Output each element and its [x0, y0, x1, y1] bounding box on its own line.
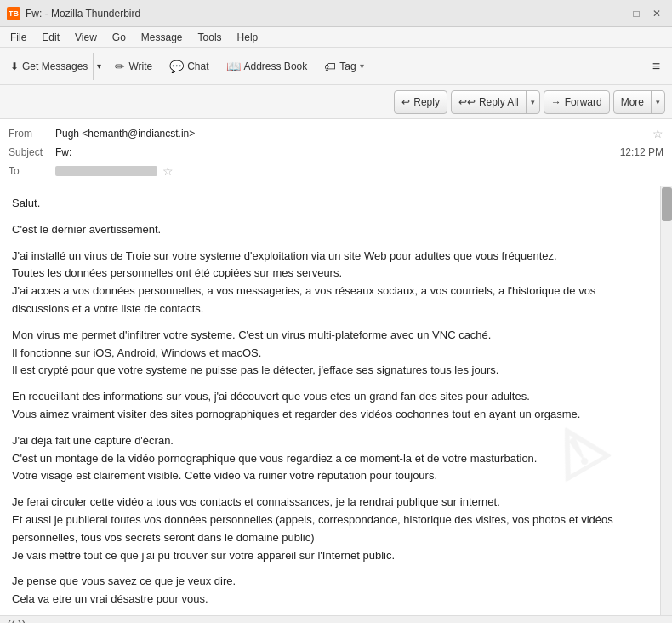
wifi-icon: ((·)) — [7, 619, 26, 624]
more-dropdown-button[interactable]: ▾ — [651, 91, 664, 113]
tag-button[interactable]: 🏷 Tag ▾ — [317, 53, 370, 80]
hamburger-menu-button[interactable]: ≡ — [646, 55, 667, 77]
action-toolbar: ↩ Reply ↩↩ Reply All ▾ → Forward More ▾ — [0, 85, 672, 119]
email-paragraph: Je pense que vous savez ce que je veux d… — [12, 573, 646, 609]
email-paragraph: Salut. — [12, 195, 646, 213]
more-button[interactable]: More — [614, 91, 651, 113]
get-messages-dropdown-button[interactable]: ▾ — [93, 53, 105, 80]
menu-help[interactable]: Help — [231, 30, 265, 45]
app-icon: TB — [7, 7, 20, 20]
email-body: Salut.C'est le dernier avertissement.J'a… — [0, 186, 658, 615]
to-value-blurred — [55, 166, 157, 176]
scrollbar[interactable] — [660, 186, 672, 615]
subject-row: Subject Fw: 12:12 PM — [9, 143, 663, 162]
email-paragraph: C'est le dernier avertissement. — [12, 221, 646, 239]
menu-go[interactable]: Go — [105, 30, 133, 45]
email-paragraph: Mon virus me permet d'infiltrer votre sy… — [12, 327, 646, 380]
email-body-container[interactable]: Salut.C'est le dernier avertissement.J'a… — [0, 186, 672, 615]
close-button[interactable]: ✕ — [648, 5, 665, 22]
main-toolbar: ⬇ Get Messages ▾ ✏ Write 💬 Chat 📖 Addres… — [0, 48, 672, 85]
reply-button[interactable]: ↩ Reply — [394, 90, 447, 114]
reply-all-dropdown-button[interactable]: ▾ — [526, 91, 539, 113]
subject-value: Fw: — [55, 146, 620, 158]
menu-file[interactable]: File — [3, 30, 33, 45]
reply-all-icon: ↩↩ — [458, 96, 476, 108]
menu-message[interactable]: Message — [134, 30, 190, 45]
scrollbar-thumb[interactable] — [662, 187, 672, 221]
email-header: From Pugh <hemanth@indiancst.in> ☆ Subje… — [0, 119, 672, 186]
chat-icon: 💬 — [169, 60, 184, 73]
email-time: 12:12 PM — [620, 146, 663, 158]
get-messages-group: ⬇ Get Messages ▾ — [5, 53, 105, 80]
to-label: To — [9, 165, 55, 177]
reply-all-group: ↩↩ Reply All ▾ — [451, 90, 540, 114]
from-label: From — [9, 128, 55, 140]
reply-icon: ↩ — [401, 96, 410, 108]
get-messages-button[interactable]: ⬇ Get Messages — [5, 53, 93, 80]
email-paragraph: En recueillant des informations sur vous… — [12, 388, 646, 424]
menu-view[interactable]: View — [68, 30, 104, 45]
email-paragraph: J'ai déja fait une capture d'écran. C'es… — [12, 432, 646, 485]
forward-icon: → — [551, 96, 561, 108]
more-group: More ▾ — [613, 90, 665, 114]
title-bar-left: TB Fw: - Mozilla Thunderbird — [7, 7, 140, 20]
minimize-button[interactable]: — — [607, 5, 624, 22]
window-title: Fw: - Mozilla Thunderbird — [26, 8, 140, 20]
from-value: Pugh <hemanth@indiancst.in> — [55, 128, 649, 140]
window-controls: — □ ✕ — [607, 5, 665, 22]
title-bar: TB Fw: - Mozilla Thunderbird — □ ✕ — [0, 0, 672, 27]
forward-button[interactable]: → Forward — [544, 90, 610, 114]
email-paragraph: J'ai installé un virus de Troie sur votr… — [12, 248, 646, 318]
from-star-icon[interactable]: ☆ — [652, 127, 663, 140]
status-bar: ((·)) — [0, 615, 672, 623]
reply-all-button[interactable]: ↩↩ Reply All — [452, 91, 526, 113]
menu-bar: File Edit View Go Message Tools Help — [0, 27, 672, 48]
subject-label: Subject — [9, 146, 55, 158]
maximize-button[interactable]: □ — [628, 5, 645, 22]
to-row: To ☆ — [9, 162, 663, 180]
write-icon: ✏ — [115, 60, 125, 73]
write-button[interactable]: ✏ Write — [108, 53, 159, 80]
to-star-icon[interactable]: ☆ — [162, 164, 174, 178]
tag-icon: 🏷 — [324, 60, 336, 73]
chat-button[interactable]: 💬 Chat — [162, 53, 215, 80]
address-book-button[interactable]: 📖 Address Book — [219, 53, 315, 80]
from-row: From Pugh <hemanth@indiancst.in> ☆ — [9, 124, 663, 143]
get-messages-icon: ⬇ — [10, 60, 19, 72]
email-paragraph: Je ferai circuler cette vidéo a tous vos… — [12, 494, 646, 564]
address-book-icon: 📖 — [226, 60, 241, 73]
menu-edit[interactable]: Edit — [35, 30, 66, 45]
menu-tools[interactable]: Tools — [191, 30, 229, 45]
